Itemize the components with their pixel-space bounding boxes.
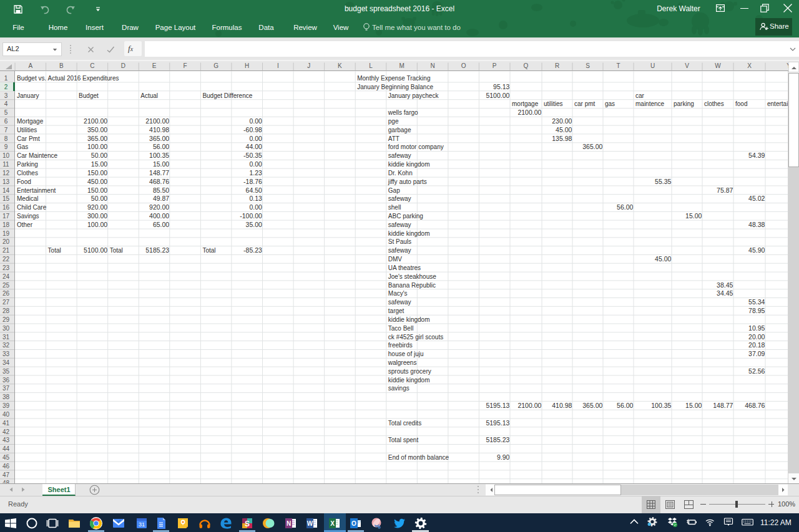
svg-text:N: N <box>287 520 291 527</box>
svg-text:S: S <box>245 520 250 528</box>
svg-text:O: O <box>351 520 356 527</box>
svg-text:X: X <box>330 520 335 527</box>
svg-text:31: 31 <box>139 521 145 528</box>
svg-text:W: W <box>307 520 313 527</box>
